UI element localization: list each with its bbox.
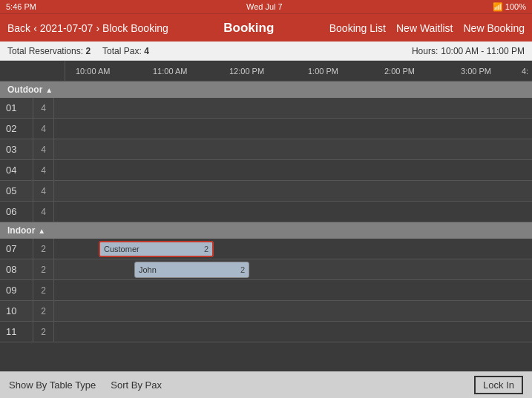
timeline-header: 10:00 AM 11:00 AM 12:00 PM 1:00 PM 2:00 … xyxy=(0,61,532,82)
table-pax-04: 4 xyxy=(33,160,54,180)
hours-label: Hours: xyxy=(412,46,438,56)
status-icons: 📶 100% xyxy=(493,2,526,12)
total-reservations-value: 2 xyxy=(85,46,91,56)
table-id-10: 10 xyxy=(0,301,33,321)
status-day: Wed Jul 7 xyxy=(246,2,283,11)
table-id-03: 03 xyxy=(0,139,33,159)
table-id-09: 09 xyxy=(0,280,33,300)
table-pax-11: 2 xyxy=(33,322,54,342)
table-timeline-08[interactable]: John 2 xyxy=(54,259,532,279)
bottom-bar: Show By Table Type Sort By Pax Lock In xyxy=(0,371,532,398)
table-row: 11 2 xyxy=(0,322,532,342)
back-button[interactable]: Back xyxy=(7,22,30,34)
booking-customer[interactable]: Customer 2 xyxy=(99,241,214,257)
outdoor-collapse-icon: ▲ xyxy=(45,86,53,94)
indoor-label: Indoor xyxy=(7,225,35,236)
info-right: Hours: 10:00 AM - 11:00 PM xyxy=(412,46,525,56)
time-1600: 4: xyxy=(522,67,528,76)
nav-title: Booking xyxy=(168,21,329,36)
indoor-section-header[interactable]: Indoor ▲ xyxy=(0,222,532,239)
status-bar: 5:46 PM Wed Jul 7 📶 100% xyxy=(0,0,532,13)
total-reservations-label: Total Reservations: 2 xyxy=(7,46,91,56)
time-1500: 3:00 PM xyxy=(461,67,491,76)
nav-right: Booking List New Waitlist New Booking xyxy=(329,22,525,34)
timeline-label-col xyxy=(0,61,65,81)
table-row: 07 2 Customer 2 xyxy=(0,239,532,259)
table-pax-10: 2 xyxy=(33,301,54,321)
table-id-07: 07 xyxy=(0,239,33,259)
table-timeline-11[interactable] xyxy=(54,322,532,342)
table-timeline-10[interactable] xyxy=(54,301,532,321)
timeline-times: 10:00 AM 11:00 AM 12:00 PM 1:00 PM 2:00 … xyxy=(65,61,532,81)
table-pax-06: 4 xyxy=(33,202,54,222)
time-1300: 1:00 PM xyxy=(308,67,338,76)
time-1100: 11:00 AM xyxy=(153,67,187,76)
booking-customer-pax: 2 xyxy=(204,245,208,253)
table-timeline-07[interactable]: Customer 2 xyxy=(54,239,532,259)
table-id-01: 01 xyxy=(0,98,33,118)
time-1000: 10:00 AM xyxy=(76,67,110,76)
table-timeline-02[interactable] xyxy=(54,119,532,139)
show-by-table-type-button[interactable]: Show By Table Type xyxy=(9,379,96,391)
total-pax-label: Total Pax: 4 xyxy=(102,46,149,56)
table-pax-05: 4 xyxy=(33,181,54,201)
table-row: 08 2 John 2 xyxy=(0,259,532,280)
table-id-08: 08 xyxy=(0,259,33,279)
table-timeline-09[interactable] xyxy=(54,280,532,300)
booking-john[interactable]: John 2 xyxy=(134,262,249,278)
nav-left: Back ‹ 2021-07-07 › Block Booking xyxy=(7,22,168,34)
indoor-collapse-icon: ▲ xyxy=(38,227,45,235)
lock-in-button[interactable]: Lock In xyxy=(474,376,523,394)
table-id-04: 04 xyxy=(0,160,33,180)
new-booking-button[interactable]: New Booking xyxy=(464,22,525,34)
table-timeline-03[interactable] xyxy=(54,139,532,159)
outdoor-section-header[interactable]: Outdoor ▲ xyxy=(0,82,532,98)
table-row: 10 2 xyxy=(0,301,532,322)
table-row: 06 4 xyxy=(0,202,532,222)
date-display: 2021-07-07 xyxy=(40,22,93,34)
table-pax-09: 2 xyxy=(33,280,54,300)
prev-date-button[interactable]: ‹ xyxy=(33,22,37,34)
table-timeline-01[interactable] xyxy=(54,98,532,118)
table-id-05: 05 xyxy=(0,181,33,201)
time-1200: 12:00 PM xyxy=(229,67,264,76)
total-pax-value: 4 xyxy=(144,46,149,56)
table-timeline-05[interactable] xyxy=(54,181,532,201)
status-time: 5:46 PM xyxy=(6,2,36,11)
booking-john-pax: 2 xyxy=(240,265,245,274)
table-row: 02 4 xyxy=(0,119,532,139)
table-id-06: 06 xyxy=(0,202,33,222)
table-timeline-04[interactable] xyxy=(54,160,532,180)
table-pax-07: 2 xyxy=(33,239,54,259)
table-row: 09 2 xyxy=(0,280,532,301)
table-row: 01 4 xyxy=(0,98,532,119)
outdoor-label: Outdoor xyxy=(7,84,42,95)
next-date-button[interactable]: › xyxy=(96,22,99,34)
time-1400: 2:00 PM xyxy=(384,67,415,76)
table-row: 03 4 xyxy=(0,139,532,160)
table-pax-08: 2 xyxy=(33,259,54,279)
table-pax-01: 4 xyxy=(33,98,54,118)
table-row: 04 4 xyxy=(0,160,532,181)
main-content: Outdoor ▲ 01 4 02 4 03 4 04 4 05 4 06 4 … xyxy=(0,82,532,371)
booking-john-name: John xyxy=(139,265,157,274)
info-left: Total Reservations: 2 Total Pax: 4 xyxy=(7,46,412,56)
info-bar: Total Reservations: 2 Total Pax: 4 Hours… xyxy=(0,42,532,61)
table-id-11: 11 xyxy=(0,322,33,342)
booking-customer-name: Customer xyxy=(104,245,139,253)
new-waitlist-button[interactable]: New Waitlist xyxy=(396,22,453,34)
sort-by-pax-button[interactable]: Sort By Pax xyxy=(111,379,162,391)
table-pax-03: 4 xyxy=(33,139,54,159)
table-timeline-06[interactable] xyxy=(54,202,532,222)
booking-list-button[interactable]: Booking List xyxy=(329,22,386,34)
table-pax-02: 4 xyxy=(33,119,54,139)
table-id-02: 02 xyxy=(0,119,33,139)
nav-bar: Back ‹ 2021-07-07 › Block Booking Bookin… xyxy=(0,13,532,42)
block-booking-button[interactable]: Block Booking xyxy=(102,22,168,34)
hours-value: 10:00 AM - 11:00 PM xyxy=(441,46,525,56)
table-row: 05 4 xyxy=(0,181,532,202)
